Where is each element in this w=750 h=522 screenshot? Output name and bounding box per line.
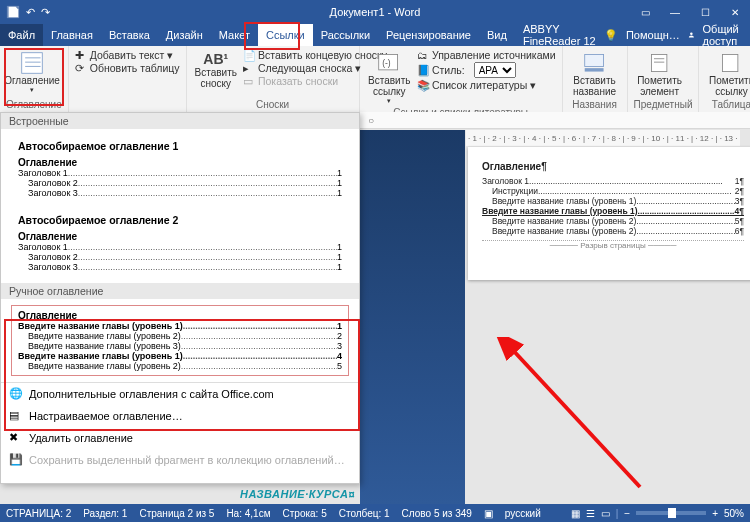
chevron-down-icon: ▾ xyxy=(387,97,391,105)
toc-gallery-dropdown: Встроенные Автособираемое оглавление 1 О… xyxy=(0,112,360,484)
group-captions-label: Названия xyxy=(569,99,621,112)
tell-me-icon[interactable]: 💡 xyxy=(604,29,618,42)
tab-mailings[interactable]: Рассылки xyxy=(313,24,378,46)
redo-icon[interactable]: ↷ xyxy=(41,6,50,19)
zoom-value[interactable]: 50% xyxy=(724,508,744,519)
view-web-icon[interactable]: ▭ xyxy=(601,508,610,519)
delete-icon: ✖ xyxy=(9,431,23,445)
status-row[interactable]: Строка: 5 xyxy=(283,508,327,519)
toc-manual[interactable]: Оглавление Введите название главы (урове… xyxy=(11,305,349,376)
toc-auto1[interactable]: Автособираемое оглавление 1 Оглавление З… xyxy=(11,135,349,203)
ribbon: Оглавление ▾ Оглавление ✚Добавить текст … xyxy=(0,46,750,113)
tab-design[interactable]: Дизайн xyxy=(158,24,211,46)
toc-remove[interactable]: ✖Удалить оглавление xyxy=(1,427,359,449)
course-title: НАЗВАНИЕ·КУРСА¤ xyxy=(240,488,355,500)
doc-toc-heading: Оглавление¶ xyxy=(482,161,744,172)
svg-rect-9 xyxy=(584,68,603,71)
authorities-icon xyxy=(717,51,745,75)
dd-section-builtin: Встроенные xyxy=(1,113,359,129)
show-icon: ▭ xyxy=(243,75,255,87)
index-icon xyxy=(646,51,674,75)
plus-icon: ✚ xyxy=(75,49,87,61)
ribbon-options-icon[interactable]: ▭ xyxy=(630,0,660,24)
zoom-out-button[interactable]: − xyxy=(624,508,630,519)
group-toc-label: Оглавление xyxy=(6,99,62,112)
save-icon: 💾 xyxy=(9,453,23,467)
style-select[interactable]: 📘Стиль: APA xyxy=(417,62,556,78)
status-page[interactable]: СТРАНИЦА: 2 xyxy=(6,508,71,519)
view-read-icon[interactable]: ☰ xyxy=(586,508,595,519)
zoom-in-button[interactable]: + xyxy=(712,508,718,519)
status-position[interactable]: На: 4,1см xyxy=(226,508,270,519)
status-bar: СТРАНИЦА: 2 Раздел: 1 Страница 2 из 5 На… xyxy=(0,504,750,522)
tell-me-label[interactable]: Помощн… xyxy=(626,29,680,41)
share-icon[interactable] xyxy=(688,29,695,41)
ribbon-tabs: Файл Главная Вставка Дизайн Макет Ссылки… xyxy=(0,24,750,46)
dd-section-manual: Ручное оглавление xyxy=(1,283,359,299)
style-icon: 📘 xyxy=(417,64,429,76)
macro-icon[interactable]: ▣ xyxy=(484,508,493,519)
tab-insert[interactable]: Вставка xyxy=(101,24,158,46)
document-page[interactable]: Оглавление¶ Заголовок 11¶Инструкции2¶Вве… xyxy=(468,147,750,280)
ruler[interactable]: · 1 · | · 2 · | · 3 · | · 4 · | · 5 · | … xyxy=(466,130,740,146)
biblio-icon: 📚 xyxy=(417,79,429,91)
citation-icon: (-) xyxy=(375,51,403,75)
toc-save-selection[interactable]: 💾Сохранить выделенный фрагмент в коллекц… xyxy=(1,449,359,471)
add-text-button[interactable]: ✚Добавить текст ▾ xyxy=(75,49,180,61)
svg-line-14 xyxy=(510,347,640,487)
mark-citation-button[interactable]: Пометить ссылку xyxy=(705,49,750,99)
insert-caption-button[interactable]: Вставить название xyxy=(569,49,621,99)
svg-text:(-): (-) xyxy=(382,58,391,68)
toc-more-office[interactable]: 🌐Дополнительные оглавления с сайта Offic… xyxy=(1,383,359,405)
insert-footnote-button[interactable]: AB¹ Вставить сноску xyxy=(193,49,239,91)
tab-layout[interactable]: Макет xyxy=(211,24,258,46)
status-words[interactable]: Слово 5 из 349 xyxy=(402,508,472,519)
caption-icon xyxy=(581,51,609,75)
toc-button[interactable]: Оглавление ▾ xyxy=(6,49,58,96)
page-break-label: Разрыв страницы xyxy=(580,241,646,250)
svg-rect-13 xyxy=(723,54,738,71)
chevron-down-icon: ▾ xyxy=(30,86,34,94)
group-footnotes-label: Сноски xyxy=(193,99,353,112)
toc-auto2[interactable]: Автособираемое оглавление 2 Оглавление З… xyxy=(11,209,349,277)
view-print-icon[interactable]: ▦ xyxy=(571,508,580,519)
update-table-button[interactable]: ⟳Обновить таблицу xyxy=(75,62,180,74)
svg-rect-2 xyxy=(22,53,43,74)
endnote-icon: 📄 xyxy=(243,49,255,61)
manage-sources-button[interactable]: 🗂Управление источниками xyxy=(417,49,556,61)
svg-rect-8 xyxy=(584,54,603,66)
nav-icon[interactable]: ○ xyxy=(368,115,374,126)
save-icon[interactable] xyxy=(6,5,20,19)
toc-icon xyxy=(18,51,46,75)
close-button[interactable]: ✕ xyxy=(720,0,750,24)
titlebar: ↶ ↷ Документ1 - Word ▭ — ☐ ✕ xyxy=(0,0,750,24)
globe-icon: 🌐 xyxy=(9,387,23,401)
share-label[interactable]: Общий доступ xyxy=(703,23,744,47)
tab-review[interactable]: Рецензирование xyxy=(378,24,479,46)
refresh-icon: ⟳ xyxy=(75,62,87,74)
tab-view[interactable]: Вид xyxy=(479,24,515,46)
insert-citation-button[interactable]: (-) Вставить ссылку ▾ xyxy=(366,49,413,107)
status-section[interactable]: Раздел: 1 xyxy=(83,508,127,519)
bibliography-button[interactable]: 📚Список литературы ▾ xyxy=(417,79,556,91)
prev-page-strip xyxy=(360,130,465,504)
toc-custom[interactable]: ▤Настраиваемое оглавление… xyxy=(1,405,359,427)
toc-small-icon: ▤ xyxy=(9,409,23,423)
next-icon: ▸ xyxy=(243,62,255,74)
toc-label: Оглавление xyxy=(4,75,60,86)
minimize-button[interactable]: — xyxy=(660,0,690,24)
mark-entry-button[interactable]: Пометить элемент xyxy=(634,49,686,99)
tab-abbyy[interactable]: ABBYY FineReader 12 xyxy=(515,24,604,46)
style-dropdown[interactable]: APA xyxy=(474,62,516,78)
status-pages[interactable]: Страница 2 из 5 xyxy=(139,508,214,519)
maximize-button[interactable]: ☐ xyxy=(690,0,720,24)
undo-icon[interactable]: ↶ xyxy=(26,6,35,19)
tab-home[interactable]: Главная xyxy=(43,24,101,46)
status-language[interactable]: русский xyxy=(505,508,541,519)
ab-icon: AB¹ xyxy=(203,51,228,67)
status-column[interactable]: Столбец: 1 xyxy=(339,508,390,519)
annotation-arrow xyxy=(490,337,660,497)
tab-file[interactable]: Файл xyxy=(0,24,43,46)
tab-references[interactable]: Ссылки xyxy=(258,24,313,46)
zoom-slider[interactable] xyxy=(636,511,706,515)
